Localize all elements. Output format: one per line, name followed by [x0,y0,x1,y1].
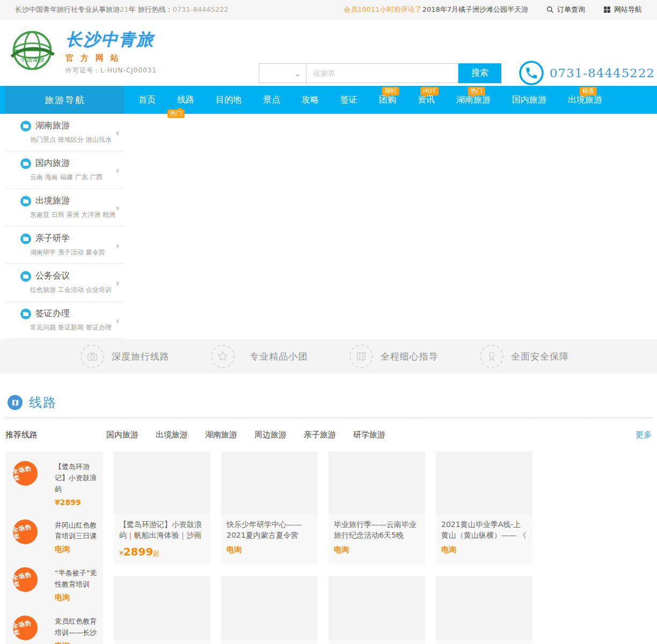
chevron-right-icon: › [116,240,119,251]
search-bar: ⌄ 搜索 [259,63,501,83]
folder-icon [20,121,31,131]
product-image [436,576,532,640]
routes-tabs: 推荐线路 国内旅游 出境旅游 湖南旅游 周边旅游 亲子旅游 研学旅游 更多 [5,427,652,443]
price: 电询 [55,593,98,603]
product-card[interactable]: 【毕业季】厦门鼓浪屿+ [328,576,425,644]
search-input[interactable] [306,63,458,83]
product-image [114,576,210,640]
price: 电询 [55,545,98,554]
order-query-label: 订单查询 [557,5,585,14]
list-item[interactable]: 全场热卖 井冈山红色教育培训三日课 电询 [5,513,103,561]
chevron-right-icon: › [116,165,119,175]
product-card[interactable]: 【江南传奇·臻品江南】 [436,576,532,644]
product-image [221,451,318,515]
routes-body: 全场热卖 【鹭岛环游记】小资鼓浪屿 ¥2899 全场热卖 井冈山红色教育培训三日… [5,451,652,644]
nav-list: 首页 线路 热门 目的地 景点 攻略 签证 团购 限时 资讯 HOT 湖南旅游 … [128,86,613,114]
nav-menu-title[interactable]: 旅游导航 [5,86,125,114]
slogan-text: 长沙中国青年旅行社专业从事旅游 [15,5,120,13]
tab-list: 国内旅游 出境旅游 湖南旅游 周边旅游 亲子旅游 研学旅游 [106,430,385,440]
star-icon [211,345,235,368]
tab-outbound[interactable]: 出境旅游 [156,430,188,440]
feature-careful-guidance: 全程细心指导 [349,345,439,368]
product-card[interactable]: 2021黄山毕业季A线-上黄山（黄山纵横）—— 《 电询 [436,451,532,565]
list-item[interactable]: 全场热卖 【鹭岛环游记】小资鼓浪屿 ¥2899 [5,455,103,513]
product-image [328,451,425,515]
product-inquiry: 电询 [227,545,312,555]
logo-title: 长沙中青旅 [65,28,157,51]
sidebar-item-business-meeting[interactable]: 公务会议 红色旅游 工会活动 企业培训 › [5,264,125,302]
tab-study[interactable]: 研学旅游 [353,430,385,440]
tab-family[interactable]: 亲子旅游 [304,430,336,440]
map-icon [8,395,23,410]
nav-item-domestic-travel[interactable]: 国内旅游 [501,86,557,114]
sidebar-item-family-study[interactable]: 亲子研学 湖南研学 亲子活动 夏令营 › [5,226,125,264]
phone-number: 0731-84445222 [550,66,655,80]
medal-icon [480,345,503,368]
product-card[interactable]: 快乐少年研学中心——2021夏内蒙古夏令营 电询 [221,451,318,565]
recommend-label: 推荐线路 [5,430,38,440]
folder-icon [20,309,31,319]
nav-item-hunan-travel[interactable]: 湖南旅游 热门 [446,86,501,114]
feature-safety-guarantee: 全面安全保障 [480,345,569,368]
search-category-select[interactable]: ⌄ [259,63,306,83]
nav-item-visa[interactable]: 签证 [330,86,368,114]
routes-section: 线路 推荐线路 国内旅游 出境旅游 湖南旅游 周边旅游 亲子旅游 研学旅游 更多… [0,393,657,644]
product-image [114,451,210,515]
product-title: 快乐少年研学中心——2021夏内蒙古夏令营 [227,519,312,540]
nav-item-news[interactable]: 资讯 HOT [407,86,446,114]
limited-badge: 限时 [382,87,399,96]
order-query-link[interactable]: 订单查询 [546,5,585,14]
site-nav-link[interactable]: 网站导航 [603,5,642,14]
price: ¥2899 [55,498,98,507]
tab-nearby[interactable]: 周边旅游 [254,430,287,440]
product-title: 【鹭岛环游记】小资鼓浪屿｜帆船出海体验｜沙画 [119,519,205,540]
search-button[interactable]: 搜索 [458,63,501,83]
member-comment-highlight: 会员10011小时前评论了 [344,5,421,13]
site-nav-label: 网站导航 [614,5,642,14]
grid-icon [603,6,611,13]
nav-item-outbound-travel[interactable]: 出境旅游 精选 [557,86,613,114]
product-card[interactable]: 【鹭岛环游记】小资鼓浪屿｜帆船出海体验｜沙画 ¥2899起 [114,451,210,565]
member-comment-target: 2018年7月橘子洲沙滩公园半天游 [422,5,528,13]
product-title: 毕业旅行季——云南毕业旅行纪念活动6天5晚 [334,519,420,540]
featured-badge: 精选 [580,87,597,96]
section-title: 线路 [29,394,57,411]
product-card[interactable]: 毕业旅行季——云南毕业旅行纪念活动6天5晚 电询 [328,451,425,565]
header: 中国青旅 长沙中青旅 官方网站 许可证号：L-HUN-CJ00031 ⌄ 搜索 … [0,19,657,86]
sidebar-item-outbound[interactable]: 出境旅游 东南亚 日韩 美洲 大洋洲 欧洲 › [5,189,125,226]
hot-sale-list: 全场热卖 【鹭岛环游记】小资鼓浪屿 ¥2899 全场热卖 井冈山红色教育培训三日… [5,451,103,644]
nav-item-guides[interactable]: 攻略 [291,86,330,114]
hot-badge: 热门 [167,109,185,118]
nav-item-home[interactable]: 首页 [128,86,166,114]
sidebar-item-hunan[interactable]: 湖南旅游 热门景点 按地区分 游山玩水 › [5,114,125,151]
product-card[interactable]: 【悠哉之旅】华东五市+ [221,576,318,644]
phone-icon [519,60,544,86]
nav-item-groupbuy[interactable]: 团购 限时 [368,86,407,114]
member-comment[interactable]: 会员10011小时前评论了2018年7月橘子洲沙滩公园半天游 [344,5,528,14]
slogan-years: 21 [120,5,129,13]
product-inquiry: 电询 [441,545,527,555]
sidebar-item-visa-service[interactable]: 签证办理 常见问题 签证新闻 签证办理 › [5,302,125,339]
topbar-slogan: 长沙中国青年旅行社专业从事旅游21年 旅行热线：0731-84445222 [15,5,229,14]
logo[interactable]: 中国青旅 长沙中青旅 官方网站 许可证号：L-HUN-CJ00031 [6,26,157,77]
price: 电询 [55,641,98,644]
feature-boutique-group: 专业精品小团 [211,345,308,368]
chevron-right-icon: › [116,278,119,288]
list-item[interactable]: 全场热卖 “半条被子”党性教育培训 电询 [5,561,103,609]
hotline-label: 旅行热线： [136,5,173,13]
product-inquiry: 电询 [334,545,420,555]
topbar-right: 会员10011小时前评论了2018年7月橘子洲沙滩公园半天游 订单查询 网站导航 [344,5,642,14]
hot-sale-badge: 全场热卖 [11,517,40,546]
nav-item-routes[interactable]: 线路 热门 [166,86,205,114]
nav-item-spots[interactable]: 景点 [252,86,291,114]
main-nav: 旅游导航 首页 线路 热门 目的地 景点 攻略 签证 团购 限时 资讯 HOT … [0,86,657,114]
nav-item-destinations[interactable]: 目的地 [205,86,252,114]
hot-badge: HOT [420,87,439,96]
product-card[interactable]: 【乐游西北·喀伊画廊】 [114,576,210,644]
list-item[interactable]: 全场热卖 党员红色教育培训——长沙 电询 [5,609,103,644]
more-link[interactable]: 更多 [636,430,652,440]
tab-domestic[interactable]: 国内旅游 [106,430,138,440]
product-image [436,451,532,515]
sidebar-item-domestic[interactable]: 国内旅游 云南 海南 福建 广东 广西 › [5,151,125,189]
tab-hunan[interactable]: 湖南旅游 [205,430,237,440]
